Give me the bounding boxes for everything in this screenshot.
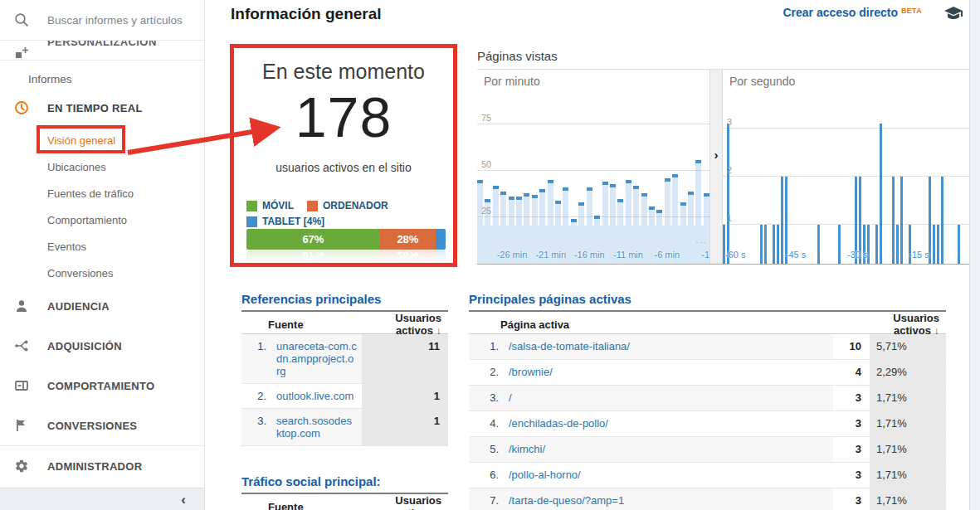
sort-descending-icon[interactable]: ↓ [436,507,442,510]
legend-item: MÓVIL [246,200,294,211]
axis-overflow-dots: ··· [695,237,707,247]
device-segment: 67% [246,229,380,250]
beta-badge: BETA [901,7,922,15]
table-row: 7./tarta-de-queso/?amp=131,71% [469,488,946,510]
chart-gridline [723,224,969,225]
sidebar-item-comportamiento[interactable]: Comportamiento [0,206,204,233]
chart-gridline [723,176,969,177]
sidebar-item-administrador[interactable]: ADMINISTRADOR [0,445,204,486]
referral-link[interactable]: search.sosodesktop.com [268,409,362,445]
page-title: Información general [231,5,382,23]
chevron-right-icon: › [714,148,719,162]
sidebar-item-eventos[interactable]: Eventos [0,233,204,260]
sidebar-item-comportamiento[interactable]: COMPORTAMIENTO [0,366,204,406]
row-users: 3 [833,488,870,510]
search-placeholder: Buscar informes y artículos [47,14,183,27]
sidebar-item-adquisicion[interactable]: ADQUISICIÓN [0,326,204,366]
page-link[interactable]: /kimchi/ [500,437,833,462]
x-axis-label: -26 min [497,250,528,260]
row-users: 3 [833,386,870,410]
card-heading: En este momento [234,60,453,84]
row-percentage: 2,29% [870,360,946,385]
sidebar-item-conversiones[interactable]: Conversiones [0,260,204,286]
social-title: Tráfico social principal: [241,474,448,494]
x-axis-label: -1 [701,250,709,260]
sidebar-item-en-tiempo-real[interactable]: EN TIEMPO REAL [0,93,204,123]
legend-label: TABLET [4%] [262,216,324,227]
reflection-fade [246,250,446,263]
chart-gridline [477,170,709,171]
device-split-bar: 67%28% [246,229,446,250]
row-percentage: 1,71% [870,411,946,436]
pages-header: Página activa Usuarios activos ↓ [469,312,946,334]
referral-link[interactable]: unareceta-com.cdn.ampproject.org [268,334,362,383]
vertical-scrollbar[interactable] [969,0,980,510]
graduation-cap-icon[interactable] [943,4,963,24]
create-shortcut-link[interactable]: Crear acceso directo [783,6,898,19]
flag-icon [14,418,29,433]
row-percentage: 1,71% [870,488,946,510]
referrals-header: Fuente Usuarios activos ↓ [241,312,448,334]
top-social-traffic-table: Tráfico social principal: Fuente Usuario… [241,474,448,510]
informes-section-label: Informes [0,70,218,88]
chart-bar [900,177,903,264]
legend-swatch [246,216,257,227]
referrals-body: 1.unareceta-com.cdn.ampproject.org112.ou… [241,334,448,446]
chart-bar [727,124,729,264]
page-link[interactable]: /pollo-al-horno/ [500,463,833,488]
chart-bar [838,225,841,264]
x-axis-label: -21 min [535,250,566,260]
legend-item: TABLET [4%] [246,216,324,227]
row-rank: 7. [469,488,500,510]
page-link[interactable]: /salsa-de-tomate-italiana/ [500,334,833,359]
table-row: 4./enchiladas-de-pollo/31,71% [469,411,946,437]
per-second-chart[interactable]: Por segundo 321-60 s-45 s-30 s-15 s [723,70,969,264]
chart-gridline [723,128,969,129]
sidebar-item-fuentes-de-tráfico[interactable]: Fuentes de tráfico [0,180,204,206]
chart-expand-strip[interactable]: › [709,70,723,264]
sidebar-item-visión-general[interactable]: Visión general [0,127,204,153]
sidebar-item-conversiones[interactable]: CONVERSIONES [0,406,204,445]
page-link[interactable]: /enchiladas-de-pollo/ [500,411,833,436]
table-row: 3.search.sosodesktop.com1 [241,409,448,446]
chart-bar [958,225,960,264]
row-users: 1 [362,409,448,445]
row-rank: 2. [469,360,500,385]
chart-bar [781,177,783,264]
person-icon [14,299,29,313]
chart-bar [760,225,763,264]
chart-bar [817,225,820,264]
sidebar-item-ubicaciones[interactable]: Ubicaciones [0,153,204,180]
sidebar-item-audiencia[interactable]: AUDIENCIA [0,286,204,326]
realtime-subitems: Visión generalUbicacionesFuentes de tráf… [0,127,204,286]
behavior-icon [14,378,29,393]
row-percentage: 1,71% [870,437,946,462]
device-segment: 28% [380,229,436,250]
table-row: 1.unareceta-com.cdn.ampproject.org11 [241,334,448,384]
legend-label: MÓVIL [262,200,294,211]
collapse-sidebar-icon[interactable]: ‹ [181,493,186,507]
chart-gridline [477,216,709,217]
per-minute-chart[interactable]: Por minuto ··· 755025-26 min-21 min-16 m… [477,70,709,264]
customize-icon [14,46,29,61]
legend-item: ORDENADOR [307,200,388,211]
top-active-pages-table: Principales páginas activas Página activ… [469,292,946,510]
row-users: 4 [833,360,870,385]
chart-bar [937,225,939,264]
chart-bar [777,225,779,264]
chart-gridline-label: 50 [481,159,491,169]
sidebar-item-personalizacion[interactable]: PERSONALIZACIÓN [0,41,204,61]
chart-gridline-label: 25 [481,206,491,216]
report-search[interactable]: Buscar informes y artículos [0,0,204,41]
referral-link[interactable]: outlook.live.com [268,384,362,408]
chart-bars [723,124,969,264]
row-users: 3 [833,411,870,436]
page-link[interactable]: /brownie/ [500,360,833,385]
page-link[interactable]: /tarta-de-queso/?amp=1 [500,488,833,510]
device-segment [436,229,446,250]
row-rank: 4. [469,411,500,436]
chart-bar [941,177,943,264]
x-axis-label: -11 min [613,250,643,260]
pages-body: 1./salsa-de-tomate-italiana/105,71%2./br… [469,334,946,510]
page-link[interactable]: / [500,386,833,410]
